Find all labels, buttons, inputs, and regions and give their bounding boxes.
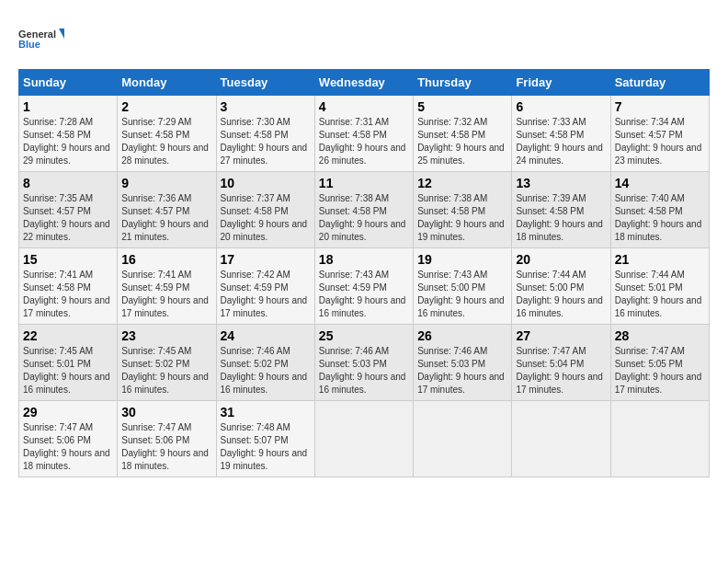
header-saturday: Saturday [610, 70, 709, 96]
day-info: Sunrise: 7:34 AMSunset: 4:57 PMDaylight:… [615, 117, 702, 166]
calendar-cell: 22 Sunrise: 7:45 AMSunset: 5:01 PMDaylig… [19, 325, 118, 401]
day-number: 9 [121, 176, 211, 190]
day-info: Sunrise: 7:40 AMSunset: 4:58 PMDaylight:… [615, 193, 702, 242]
calendar-cell: 13 Sunrise: 7:39 AMSunset: 4:58 PMDaylig… [512, 172, 610, 248]
day-info: Sunrise: 7:46 AMSunset: 5:03 PMDaylight:… [417, 346, 505, 395]
calendar-cell: 17 Sunrise: 7:42 AMSunset: 4:59 PMDaylig… [216, 248, 314, 325]
day-number: 23 [121, 328, 211, 343]
calendar-cell: 11 Sunrise: 7:38 AMSunset: 4:58 PMDaylig… [314, 172, 413, 248]
day-number: 7 [615, 99, 705, 114]
calendar-cell: 2 Sunrise: 7:29 AMSunset: 4:58 PMDayligh… [118, 96, 216, 172]
day-info: Sunrise: 7:43 AMSunset: 4:59 PMDaylight:… [319, 270, 406, 318]
page-header: General Blue [18, 18, 710, 60]
day-info: Sunrise: 7:37 AMSunset: 4:58 PMDaylight:… [221, 193, 308, 242]
day-number: 11 [319, 176, 409, 190]
day-info: Sunrise: 7:38 AMSunset: 4:58 PMDaylight:… [319, 193, 406, 242]
calendar-cell: 14 Sunrise: 7:40 AMSunset: 4:58 PMDaylig… [610, 172, 709, 248]
day-info: Sunrise: 7:31 AMSunset: 4:58 PMDaylight:… [319, 117, 406, 166]
day-number: 29 [23, 405, 113, 419]
day-number: 17 [221, 252, 311, 267]
day-number: 14 [615, 176, 705, 190]
day-number: 27 [516, 328, 606, 343]
day-info: Sunrise: 7:45 AMSunset: 5:02 PMDaylight:… [121, 346, 209, 395]
day-info: Sunrise: 7:41 AMSunset: 4:59 PMDaylight:… [121, 270, 209, 318]
day-info: Sunrise: 7:38 AMSunset: 4:58 PMDaylight:… [417, 193, 505, 242]
day-info: Sunrise: 7:33 AMSunset: 4:58 PMDaylight:… [516, 117, 603, 166]
day-number: 18 [319, 252, 409, 267]
header-sunday: Sunday [19, 70, 118, 96]
day-info: Sunrise: 7:41 AMSunset: 4:58 PMDaylight:… [23, 270, 110, 318]
day-number: 28 [615, 328, 705, 343]
day-info: Sunrise: 7:48 AMSunset: 5:07 PMDaylight:… [221, 422, 308, 471]
calendar-cell [610, 401, 709, 477]
header-tuesday: Tuesday [216, 70, 314, 96]
day-number: 6 [516, 99, 606, 114]
day-info: Sunrise: 7:42 AMSunset: 4:59 PMDaylight:… [221, 270, 308, 318]
header-thursday: Thursday [414, 70, 512, 96]
day-number: 15 [23, 252, 113, 267]
day-info: Sunrise: 7:45 AMSunset: 5:01 PMDaylight:… [23, 346, 110, 395]
day-info: Sunrise: 7:28 AMSunset: 4:58 PMDaylight:… [23, 117, 110, 166]
weekday-header-row: SundayMondayTuesdayWednesdayThursdayFrid… [19, 70, 710, 96]
day-number: 21 [615, 252, 705, 267]
calendar-cell [314, 401, 413, 477]
day-number: 19 [417, 252, 507, 267]
day-number: 16 [121, 252, 211, 267]
calendar-cell: 24 Sunrise: 7:46 AMSunset: 5:02 PMDaylig… [216, 325, 314, 401]
calendar-cell: 6 Sunrise: 7:33 AMSunset: 4:58 PMDayligh… [512, 96, 610, 172]
calendar-cell: 15 Sunrise: 7:41 AMSunset: 4:58 PMDaylig… [19, 248, 118, 325]
day-info: Sunrise: 7:36 AMSunset: 4:57 PMDaylight:… [121, 193, 209, 242]
day-info: Sunrise: 7:47 AMSunset: 5:04 PMDaylight:… [516, 346, 603, 395]
day-number: 4 [319, 99, 409, 114]
week-row-1: 1 Sunrise: 7:28 AMSunset: 4:58 PMDayligh… [19, 96, 710, 172]
calendar-cell: 8 Sunrise: 7:35 AMSunset: 4:57 PMDayligh… [19, 172, 118, 248]
calendar-cell: 12 Sunrise: 7:38 AMSunset: 4:58 PMDaylig… [414, 172, 512, 248]
day-number: 3 [221, 99, 311, 114]
week-row-5: 29 Sunrise: 7:47 AMSunset: 5:06 PMDaylig… [19, 401, 710, 477]
svg-marker-2 [59, 29, 64, 39]
calendar-cell: 9 Sunrise: 7:36 AMSunset: 4:57 PMDayligh… [118, 172, 216, 248]
calendar-cell: 20 Sunrise: 7:44 AMSunset: 5:00 PMDaylig… [512, 248, 610, 325]
day-number: 2 [121, 99, 211, 114]
week-row-4: 22 Sunrise: 7:45 AMSunset: 5:01 PMDaylig… [19, 325, 710, 401]
day-number: 8 [23, 176, 113, 190]
calendar-cell [414, 401, 512, 477]
day-info: Sunrise: 7:46 AMSunset: 5:02 PMDaylight:… [221, 346, 308, 395]
day-number: 31 [221, 405, 311, 419]
calendar-cell: 4 Sunrise: 7:31 AMSunset: 4:58 PMDayligh… [314, 96, 413, 172]
day-number: 20 [516, 252, 606, 267]
day-number: 12 [417, 176, 507, 190]
day-info: Sunrise: 7:43 AMSunset: 5:00 PMDaylight:… [417, 270, 505, 318]
calendar-cell: 27 Sunrise: 7:47 AMSunset: 5:04 PMDaylig… [512, 325, 610, 401]
day-info: Sunrise: 7:29 AMSunset: 4:58 PMDaylight:… [121, 117, 209, 166]
day-info: Sunrise: 7:35 AMSunset: 4:57 PMDaylight:… [23, 193, 110, 242]
calendar-cell: 23 Sunrise: 7:45 AMSunset: 5:02 PMDaylig… [118, 325, 216, 401]
header-monday: Monday [118, 70, 216, 96]
day-number: 1 [23, 99, 113, 114]
day-info: Sunrise: 7:46 AMSunset: 5:03 PMDaylight:… [319, 346, 406, 395]
day-info: Sunrise: 7:47 AMSunset: 5:05 PMDaylight:… [615, 346, 702, 395]
header-wednesday: Wednesday [314, 70, 413, 96]
logo-svg: General Blue [18, 18, 64, 60]
calendar-cell: 5 Sunrise: 7:32 AMSunset: 4:58 PMDayligh… [414, 96, 512, 172]
day-number: 30 [121, 405, 211, 419]
calendar-cell: 10 Sunrise: 7:37 AMSunset: 4:58 PMDaylig… [216, 172, 314, 248]
calendar-cell: 30 Sunrise: 7:47 AMSunset: 5:06 PMDaylig… [118, 401, 216, 477]
calendar-cell: 3 Sunrise: 7:30 AMSunset: 4:58 PMDayligh… [216, 96, 314, 172]
calendar-cell: 31 Sunrise: 7:48 AMSunset: 5:07 PMDaylig… [216, 401, 314, 477]
svg-text:General: General [18, 29, 56, 40]
day-info: Sunrise: 7:44 AMSunset: 5:00 PMDaylight:… [516, 270, 603, 318]
day-info: Sunrise: 7:47 AMSunset: 5:06 PMDaylight:… [121, 422, 209, 471]
day-info: Sunrise: 7:44 AMSunset: 5:01 PMDaylight:… [615, 270, 702, 318]
day-number: 13 [516, 176, 606, 190]
day-number: 5 [417, 99, 507, 114]
day-info: Sunrise: 7:30 AMSunset: 4:58 PMDaylight:… [221, 117, 308, 166]
calendar-table: SundayMondayTuesdayWednesdayThursdayFrid… [18, 69, 710, 477]
calendar-cell: 1 Sunrise: 7:28 AMSunset: 4:58 PMDayligh… [19, 96, 118, 172]
header-friday: Friday [512, 70, 610, 96]
calendar-cell: 21 Sunrise: 7:44 AMSunset: 5:01 PMDaylig… [610, 248, 709, 325]
calendar-cell: 19 Sunrise: 7:43 AMSunset: 5:00 PMDaylig… [414, 248, 512, 325]
calendar-cell: 18 Sunrise: 7:43 AMSunset: 4:59 PMDaylig… [314, 248, 413, 325]
day-number: 10 [221, 176, 311, 190]
calendar-cell [512, 401, 610, 477]
